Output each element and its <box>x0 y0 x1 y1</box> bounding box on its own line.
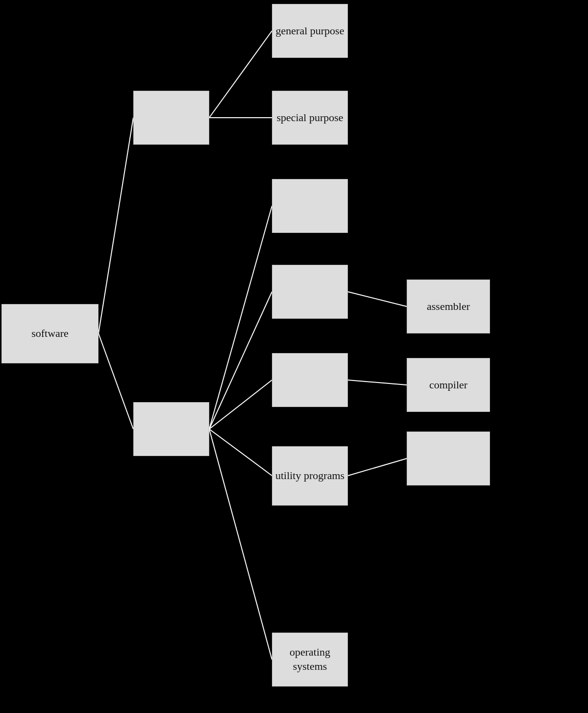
node-special_purpose: special purpose <box>272 91 348 145</box>
line-sys-util <box>209 429 272 476</box>
line-sw-sys <box>98 333 133 429</box>
node-sys_software <box>133 402 209 456</box>
line-util-bl4 <box>348 458 407 476</box>
line-sys-bl2 <box>209 292 272 429</box>
node-general_purpose: general purpose <box>272 4 348 58</box>
node-app_software <box>133 91 209 145</box>
line-sys-bl1 <box>209 206 272 429</box>
node-software: software <box>1 304 98 363</box>
node-utility_programs: utility programs <box>272 446 348 506</box>
node-compiler: compiler <box>407 358 490 412</box>
node-blank1 <box>272 179 348 233</box>
line-sys-bl3 <box>209 380 272 429</box>
line-bl3-comp <box>348 380 407 385</box>
line-sys-os <box>209 429 272 660</box>
line-app-gen <box>209 31 272 118</box>
line-sw-app <box>98 118 133 333</box>
node-assembler: assembler <box>407 280 490 333</box>
node-blank3 <box>272 353 348 407</box>
node-blank2 <box>272 265 348 319</box>
line-bl2-asm <box>348 292 407 306</box>
node-blank4 <box>407 432 490 485</box>
node-operating_systems: operating systems <box>272 633 348 687</box>
